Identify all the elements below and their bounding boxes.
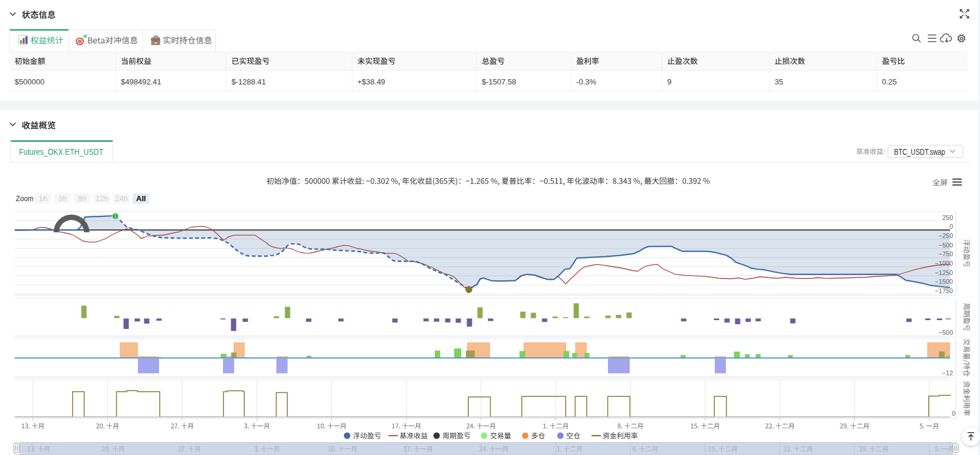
- svg-text:0: 0: [952, 410, 955, 417]
- svg-text:3h: 3h: [58, 194, 66, 203]
- svg-text:−500: −500: [938, 329, 953, 336]
- svg-text:12h: 12h: [96, 194, 109, 203]
- svg-text:0.25: 0.25: [882, 77, 897, 86]
- svg-text:9: 9: [667, 77, 671, 86]
- svg-text:0: 0: [949, 223, 953, 230]
- svg-text:−1750: −1750: [935, 287, 953, 294]
- svg-text:24h: 24h: [115, 194, 128, 203]
- svg-text:−250: −250: [938, 232, 953, 239]
- svg-text:8h: 8h: [78, 194, 86, 203]
- svg-text:250: 250: [942, 214, 953, 221]
- svg-text:$500000: $500000: [15, 77, 45, 86]
- svg-text:1h: 1h: [39, 194, 47, 203]
- svg-text:−750: −750: [938, 250, 953, 257]
- svg-text:$-1288.41: $-1288.41: [232, 77, 266, 86]
- svg-text:−1000: −1000: [935, 260, 953, 267]
- svg-text:$-1507.58: $-1507.58: [482, 77, 516, 86]
- svg-text:−1500: −1500: [935, 278, 953, 285]
- svg-text:-0.3%: -0.3%: [576, 77, 596, 86]
- svg-text:35: 35: [775, 77, 783, 86]
- svg-text:Zoom: Zoom: [16, 194, 33, 203]
- svg-text:−1250: −1250: [935, 269, 953, 276]
- svg-text:BTC_USDT.swap: BTC_USDT.swap: [894, 147, 945, 157]
- svg-text:Futures_OKX.ETH_USDT: Futures_OKX.ETH_USDT: [19, 147, 104, 157]
- svg-text:+$38.49: +$38.49: [357, 77, 385, 86]
- svg-text:−500: −500: [938, 242, 953, 249]
- svg-text:$498492.41: $498492.41: [121, 77, 161, 86]
- svg-text:−12: −12: [942, 369, 953, 376]
- svg-text:All: All: [136, 194, 146, 203]
